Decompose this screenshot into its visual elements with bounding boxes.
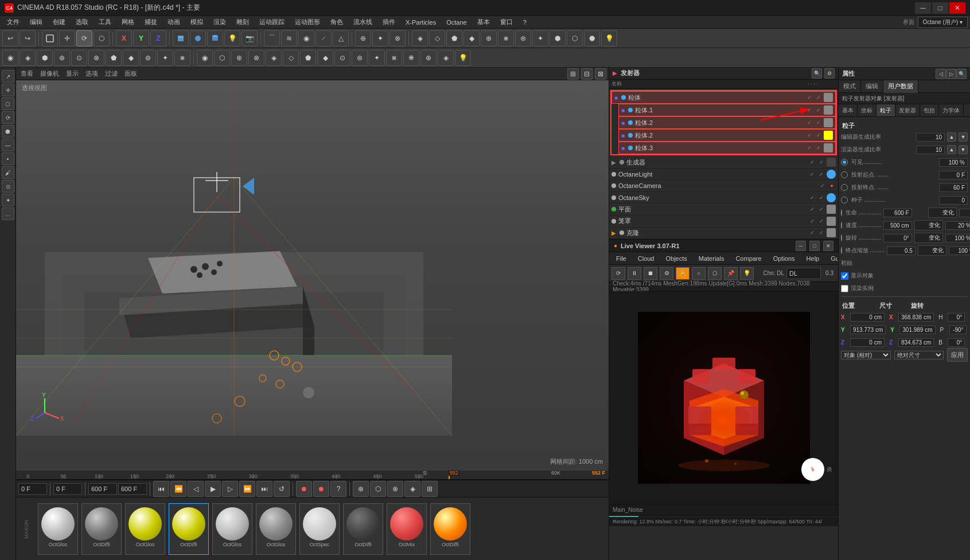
key-grid-btn[interactable]: ⊞ xyxy=(422,481,438,497)
maximize-button[interactable]: □ xyxy=(932,2,948,14)
props-subtab-emitter[interactable]: 发射器 xyxy=(895,104,920,116)
sidebar-edge[interactable]: — xyxy=(2,139,14,151)
prop-seed-radio[interactable] xyxy=(841,197,848,203)
xp-btn11[interactable]: ⬣ xyxy=(584,30,600,46)
props-tab-mode[interactable]: 模式 xyxy=(839,80,861,93)
lv-chn-select[interactable] xyxy=(786,268,821,279)
menu-xparticles[interactable]: X-Particles xyxy=(401,18,441,27)
record-all-btn[interactable]: ⏺ xyxy=(296,481,312,497)
redo-btn[interactable]: ↪ xyxy=(20,30,36,46)
prop-rotation-var-value[interactable]: 100 % xyxy=(945,234,970,242)
vp-display[interactable]: 显示 xyxy=(64,69,81,78)
lv-region-btn[interactable]: ⬡ xyxy=(708,267,722,280)
key-auto-btn[interactable]: ⊗ xyxy=(387,481,403,497)
mat-2[interactable]: OctDiffi xyxy=(81,503,122,555)
z-axis-btn[interactable]: Z xyxy=(150,30,166,46)
mat-9[interactable]: OctMix xyxy=(387,503,427,555)
oct-btn18[interactable]: ⬟ xyxy=(300,50,316,66)
oct-btn7[interactable]: ⬟ xyxy=(106,50,122,66)
prop-emit-start-value[interactable]: 0 F xyxy=(939,171,968,179)
prop-editor-rate-value[interactable]: 10 xyxy=(916,133,945,142)
prop-editor-rate-up[interactable]: ▲ xyxy=(947,132,956,142)
sidebar-scale[interactable]: ⬡ xyxy=(2,97,14,110)
vp-options[interactable]: 选项 xyxy=(83,69,100,78)
bulge-btn[interactable]: ◉ xyxy=(298,30,314,46)
menu-render[interactable]: 渲染 xyxy=(209,17,231,28)
oct-btn6[interactable]: ⊗ xyxy=(88,50,104,66)
menu-snap[interactable]: 捕捉 xyxy=(140,17,162,28)
props-nav-right[interactable]: ▷ xyxy=(946,69,956,79)
prev-key-btn[interactable]: ◁ xyxy=(188,481,204,497)
light-btn[interactable]: 💡 xyxy=(224,30,240,46)
prop-rotation-value[interactable]: 0° xyxy=(883,234,912,242)
prop-end-scale-variation[interactable]: 变化 xyxy=(918,245,946,256)
menu-edit[interactable]: 编辑 xyxy=(25,17,47,28)
sidebar-select[interactable]: ↗ xyxy=(2,70,14,83)
sidebar-move[interactable]: ✛ xyxy=(2,84,14,96)
menu-motiontrack[interactable]: 运动跟踪 xyxy=(255,17,289,28)
oct-btn24[interactable]: ❋ xyxy=(403,50,419,66)
oct-btn26[interactable]: ◈ xyxy=(438,50,454,66)
xp-btn3[interactable]: ⬟ xyxy=(446,30,462,46)
vp-full-btn[interactable]: ⊠ xyxy=(595,68,606,80)
cube-btn[interactable] xyxy=(173,30,189,46)
menu-tools[interactable]: 工具 xyxy=(94,17,116,28)
props-subtab-dynamics[interactable]: 力学体 xyxy=(939,104,964,116)
prop-speed-value[interactable]: 500 cm xyxy=(883,221,912,230)
lv-refresh-btn[interactable]: ⟳ xyxy=(611,267,625,280)
taper-btn[interactable]: △ xyxy=(333,30,349,46)
props-subtab-include[interactable]: 包括 xyxy=(920,104,939,116)
mat-4[interactable]: OctDiffi xyxy=(169,503,209,555)
prop-rotation-radio[interactable] xyxy=(841,234,842,241)
oct-btn4[interactable]: ⊕ xyxy=(54,50,70,66)
end-frame-input[interactable] xyxy=(88,483,117,495)
xp-btn8[interactable]: ✦ xyxy=(532,30,548,46)
particles-btn[interactable]: ⊕ xyxy=(355,30,371,46)
cylinder-btn[interactable] xyxy=(207,30,223,46)
oct-btn12[interactable]: ◉ xyxy=(197,50,213,66)
xp-btn4[interactable]: ◆ xyxy=(463,30,480,46)
camera-btn[interactable]: 📷 xyxy=(241,30,258,46)
mat-5[interactable]: OctGlos xyxy=(212,503,252,555)
bend-btn[interactable]: ⌒ xyxy=(264,30,280,46)
mat-1[interactable]: OctGlos xyxy=(38,503,78,555)
mat-7[interactable]: OctSpec xyxy=(299,503,340,555)
lv-close-btn[interactable]: ✕ xyxy=(823,241,833,251)
pos-y-value[interactable]: 913.773 cm xyxy=(850,326,886,334)
lv-pause-btn[interactable]: ⏸ xyxy=(628,267,641,280)
prop-life-value[interactable]: 600 F xyxy=(883,209,912,217)
props-nav-left[interactable]: ◁ xyxy=(936,69,946,79)
oct-btn20[interactable]: ⊙ xyxy=(334,50,350,66)
menu-window[interactable]: 窗口 xyxy=(496,17,517,28)
go-end-btn[interactable]: ⏭ xyxy=(256,481,272,497)
xp-btn10[interactable]: ⬡ xyxy=(567,30,583,46)
prop-render-rate-value[interactable]: 10 xyxy=(916,146,945,154)
xp-btn2[interactable]: ◇ xyxy=(429,30,445,46)
oct-btn22[interactable]: ✦ xyxy=(369,50,385,66)
oct-btn9[interactable]: ⊛ xyxy=(140,50,156,66)
oct-btn1[interactable]: ◉ xyxy=(2,50,18,66)
minimize-button[interactable]: ─ xyxy=(915,2,931,14)
key-all-btn[interactable]: ⬡ xyxy=(370,481,386,497)
lv-menu-options[interactable]: Options xyxy=(769,254,800,263)
prev-frame-btn[interactable]: ⏪ xyxy=(170,481,186,497)
props-tab-userdata[interactable]: 用户数据 xyxy=(883,80,918,93)
prop-end-scale-var-value[interactable]: 100 % xyxy=(949,246,970,255)
lv-menu-objects[interactable]: Objects xyxy=(661,254,691,263)
prop-editor-rate-down[interactable]: ▼ xyxy=(959,132,968,142)
prop-emit-end-value[interactable]: 60 F xyxy=(939,183,968,192)
vp-panel[interactable]: 面板 xyxy=(122,69,139,78)
oct-btn27[interactable]: 💡 xyxy=(455,50,471,66)
oct-btn8[interactable]: ◆ xyxy=(123,50,139,66)
prop-speed-var-value[interactable]: 20 % xyxy=(945,221,970,230)
model-mode-btn[interactable] xyxy=(42,30,58,46)
shear-btn[interactable]: ⟋ xyxy=(315,30,332,46)
obj-row-octanesky[interactable]: OctaneSky ✓ ✓ xyxy=(609,192,838,204)
menu-create[interactable]: 创建 xyxy=(48,17,70,28)
xp-btn7[interactable]: ⊛ xyxy=(515,30,531,46)
prop-end-scale-value[interactable]: 0.5 xyxy=(887,246,916,255)
vp-camera[interactable]: 摄像机 xyxy=(38,69,61,78)
rot-h-value[interactable]: 0° xyxy=(948,313,965,322)
prop-visible-value[interactable]: 100 % xyxy=(939,158,968,167)
prop-life-variation[interactable]: 变化 xyxy=(928,207,957,218)
